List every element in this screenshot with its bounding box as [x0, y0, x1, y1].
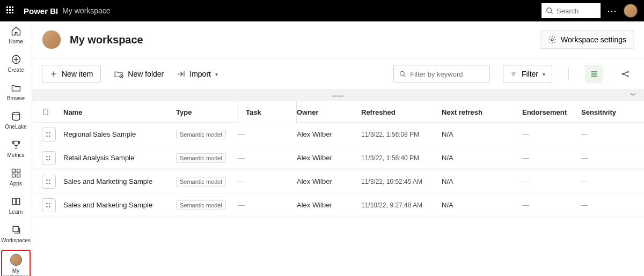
user-avatar[interactable] — [624, 4, 638, 18]
sidebar-item-create[interactable]: Create — [0, 50, 32, 78]
item-name[interactable]: Regional Sales Sample — [63, 130, 176, 138]
sidebar-item-browse[interactable]: Browse — [0, 78, 32, 107]
col-type[interactable]: Type — [176, 108, 238, 116]
item-type: Semantic model — [176, 130, 238, 139]
col-name[interactable]: Name — [63, 108, 176, 116]
lineage-view-button[interactable] — [616, 65, 634, 83]
item-owner: Alex Wilber — [297, 130, 361, 138]
list-view-button[interactable] — [585, 65, 603, 83]
layers-icon — [11, 225, 21, 235]
sidebar-item-label: Learn — [9, 209, 23, 215]
double-chevron-down-icon[interactable]: ︾ — [630, 91, 636, 100]
item-endorsement: — — [522, 201, 581, 209]
sidebar-item-my-workspace[interactable]: My workspace — [1, 250, 31, 276]
import-button[interactable]: Import ▾ — [177, 70, 218, 78]
col-next-refresh[interactable]: Next refresh — [442, 108, 522, 116]
item-sensitivity: — — [581, 154, 630, 162]
sidebar-item-label: Metrics — [7, 152, 24, 158]
type-column-icon[interactable] — [42, 108, 63, 116]
item-name[interactable]: Retail Analysis Sample — [63, 154, 176, 162]
semantic-model-icon — [42, 128, 56, 141]
col-refreshed[interactable]: Refreshed — [361, 108, 442, 116]
item-next-refresh: N/A — [442, 177, 522, 185]
svg-point-15 — [627, 76, 628, 77]
table-row[interactable]: Sales and Marketing Sample Semantic mode… — [32, 193, 644, 217]
workspace-header: My workspace Workspace settings — [32, 21, 644, 58]
graph-icon — [621, 70, 630, 78]
svg-point-21 — [49, 155, 50, 157]
item-task: — — [238, 177, 297, 185]
filter-keyword-field[interactable] — [393, 65, 490, 83]
grip-icon: ══ — [332, 91, 344, 100]
search-icon — [546, 7, 553, 14]
chevron-down-icon: ▾ — [543, 71, 545, 77]
col-sensitivity[interactable]: Sensitivity — [581, 108, 630, 116]
panel-resize-bar[interactable]: ══ ︾ — [32, 89, 644, 101]
app-launcher-icon[interactable] — [6, 6, 15, 15]
item-type: Semantic model — [176, 177, 238, 187]
svg-point-16 — [46, 132, 48, 133]
sidebar-item-home[interactable]: Home — [0, 21, 32, 50]
sidebar-item-apps[interactable]: Apps — [0, 163, 32, 192]
book-icon — [11, 196, 21, 207]
svg-point-20 — [46, 155, 48, 157]
list-icon — [590, 70, 598, 78]
new-folder-button[interactable]: New folder — [114, 69, 164, 79]
col-task[interactable]: Task — [238, 101, 297, 123]
sidebar-item-metrics[interactable]: Metrics — [0, 135, 32, 163]
svg-rect-5 — [17, 169, 20, 173]
item-task: — — [238, 130, 297, 138]
gear-icon — [548, 35, 557, 44]
item-type: Semantic model — [176, 200, 238, 210]
sidebar-item-label: Browse — [7, 95, 25, 101]
main-content: My workspace Workspace settings New item… — [32, 21, 644, 276]
chevron-down-icon: ▾ — [215, 71, 218, 77]
item-type: Semantic model — [176, 153, 238, 163]
semantic-model-icon — [42, 198, 56, 212]
svg-point-9 — [551, 39, 553, 41]
sidebar-item-learn[interactable]: Learn — [0, 192, 32, 220]
item-refreshed: 11/3/22, 1:56:40 PM — [361, 154, 442, 162]
filter-button[interactable]: Filter ▾ — [503, 65, 552, 83]
workspace-avatar-icon — [10, 254, 22, 266]
table-row[interactable]: Retail Analysis Sample Semantic model — … — [32, 146, 644, 170]
more-menu-button[interactable]: ⋯ — [607, 5, 617, 17]
workspace-settings-button[interactable]: Workspace settings — [540, 31, 634, 49]
home-icon — [11, 26, 21, 36]
workspace-avatar — [42, 30, 61, 49]
top-bar: Power BI My workspace ⋯ — [0, 0, 644, 21]
workspace-settings-label: Workspace settings — [561, 35, 626, 44]
svg-point-11 — [400, 71, 404, 76]
col-owner[interactable]: Owner — [297, 108, 361, 116]
col-endorsement[interactable]: Endorsement — [522, 108, 581, 116]
sidebar-item-label: Apps — [10, 181, 22, 187]
item-sensitivity: — — [581, 201, 630, 209]
svg-point-0 — [547, 8, 552, 13]
items-table: Name Type Task Owner Refreshed Next refr… — [32, 101, 644, 217]
filter-keyword-input[interactable] — [409, 70, 484, 79]
svg-line-1 — [551, 12, 553, 14]
item-task: — — [238, 154, 297, 162]
filter-label: Filter — [522, 70, 538, 78]
global-search-input[interactable] — [555, 6, 594, 16]
document-icon — [42, 108, 49, 116]
sidebar-item-onelake[interactable]: OneLake — [0, 107, 32, 135]
svg-point-27 — [49, 182, 50, 184]
table-row[interactable]: Sales and Marketing Sample Semantic mode… — [32, 170, 644, 193]
item-name[interactable]: Sales and Marketing Sample — [63, 177, 176, 185]
apps-icon — [11, 168, 21, 178]
global-search[interactable] — [541, 3, 601, 18]
svg-rect-8 — [13, 226, 18, 232]
svg-point-25 — [49, 179, 50, 181]
database-icon — [11, 111, 21, 122]
top-breadcrumb[interactable]: My workspace — [62, 6, 110, 15]
svg-line-12 — [404, 75, 405, 77]
sidebar-item-workspaces[interactable]: Workspaces — [0, 220, 32, 249]
svg-point-29 — [49, 203, 50, 204]
item-name[interactable]: Sales and Marketing Sample — [63, 201, 176, 209]
semantic-model-icon — [42, 175, 56, 189]
table-row[interactable]: Regional Sales Sample Semantic model — A… — [32, 123, 644, 146]
import-label: Import — [189, 70, 211, 78]
item-owner: Alex Wilber — [297, 177, 361, 185]
new-item-button[interactable]: New item — [42, 65, 101, 83]
